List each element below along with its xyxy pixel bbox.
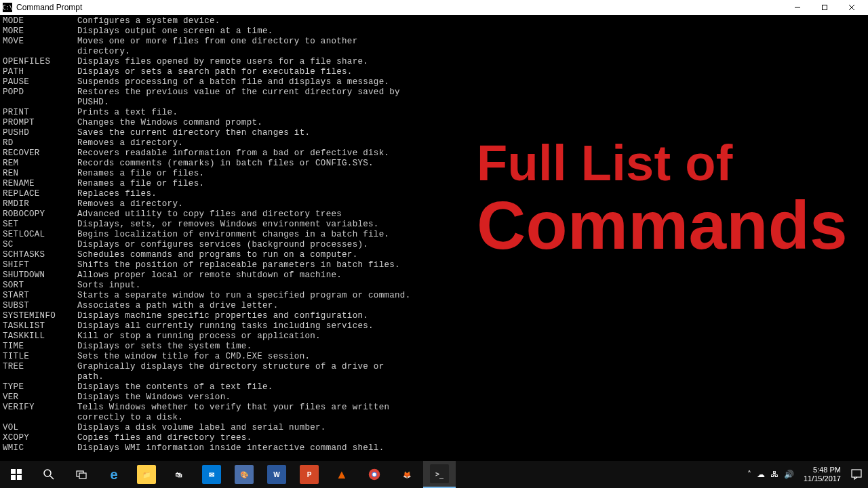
taskbar-app-gimp[interactable]: 🦊	[391, 461, 423, 488]
command-name: OPENFILES	[3, 57, 77, 67]
taskbar-app-vlc[interactable]: ▲	[326, 461, 358, 488]
command-row: SUBSTAssociates a path with a drive lett…	[3, 301, 868, 311]
command-row: RENRenames a file or files.	[3, 169, 868, 179]
close-button[interactable]	[838, 0, 865, 15]
taskbar-app-word[interactable]: W	[260, 461, 293, 488]
taskbar-clock[interactable]: 5:48 PM 11/15/2017	[800, 466, 845, 483]
command-row: RMDIRRemoves a directory.	[3, 199, 868, 209]
svg-rect-11	[79, 473, 86, 479]
command-name: ROBOCOPY	[3, 209, 77, 220]
notifications-button[interactable]	[845, 461, 868, 488]
search-button[interactable]	[33, 461, 65, 488]
command-name: RENAME	[3, 179, 77, 189]
taskbar-app-edge[interactable]: e	[98, 461, 130, 488]
command-desc-cont: correctly to a disk.	[77, 413, 183, 423]
command-name: POPD	[3, 87, 77, 98]
command-name: PATH	[3, 67, 77, 77]
command-desc: Renames a file or files.	[77, 179, 204, 189]
taskbar: e 📁 🛍 ✉ 🎨 W P ▲ 🦊 >_ ˄ ☁ 🖧 🔊 5:48 PM 11/…	[0, 461, 868, 488]
command-name: PROMPT	[3, 118, 77, 128]
command-row: TITLESets the window title for a CMD.EXE…	[3, 352, 868, 362]
terminal-output[interactable]: MODEConfigures a system device.MOREDispl…	[0, 15, 868, 461]
taskbar-app-paint[interactable]: 🎨	[228, 461, 260, 488]
minimize-button[interactable]	[784, 0, 811, 15]
svg-point-8	[44, 470, 51, 476]
start-button[interactable]	[0, 461, 33, 488]
command-desc: Saves the current directory then changes…	[77, 128, 310, 138]
command-row: STARTStarts a separate window to run a s…	[3, 291, 868, 301]
command-name: REN	[3, 169, 77, 179]
tray-chevron-icon[interactable]: ˄	[747, 470, 751, 479]
command-name: TIME	[3, 342, 77, 352]
command-name: TYPE	[3, 382, 77, 392]
svg-rect-4	[11, 469, 16, 474]
command-row: TREEGraphically displays the directory s…	[3, 362, 868, 372]
maximize-button[interactable]	[811, 0, 838, 15]
command-desc: Copies files and directory trees.	[77, 433, 252, 443]
command-row: MOREDisplays output one screen at a time…	[3, 26, 868, 37]
taskbar-app-powerpoint[interactable]: P	[293, 461, 326, 488]
task-view-button[interactable]	[65, 461, 98, 488]
command-desc: Displays the contents of a text file.	[77, 382, 273, 392]
command-name: VER	[3, 392, 77, 403]
command-row: RDRemoves a directory.	[3, 138, 868, 148]
command-name: REM	[3, 159, 77, 169]
command-desc: Shifts the position of replaceable param…	[77, 260, 400, 270]
command-desc: Suspends processing of a batch file and …	[77, 77, 389, 87]
command-name: SORT	[3, 281, 77, 291]
command-desc: Displays or configures services (backgro…	[77, 240, 368, 250]
command-desc: Sets the window title for a CMD.EXE sess…	[77, 352, 310, 362]
system-tray[interactable]: ˄ ☁ 🖧 🔊	[742, 470, 800, 479]
command-row: SETDisplays, sets, or removes Windows en…	[3, 220, 868, 230]
command-name: XCOPY	[3, 433, 77, 443]
command-name: RECOVER	[3, 148, 77, 159]
command-desc: Allows proper local or remote shutdown o…	[77, 270, 342, 281]
command-desc: Schedules commands and programs to run o…	[77, 250, 357, 260]
command-desc: Displays output one screen at a time.	[77, 26, 273, 37]
command-desc-cont: directory.	[77, 47, 130, 57]
command-name: SETLOCAL	[3, 230, 77, 240]
command-row: RENAMERenames a file or files.	[3, 179, 868, 189]
svg-point-14	[372, 472, 376, 476]
svg-line-9	[50, 476, 54, 479]
command-name: SC	[3, 240, 77, 250]
taskbar-app-explorer[interactable]: 📁	[130, 461, 163, 488]
command-row: OPENFILESDisplays files opened by remote…	[3, 57, 868, 67]
command-name: PRINT	[3, 108, 77, 118]
command-name: RD	[3, 138, 77, 148]
window-controls	[784, 0, 865, 15]
command-name: PAUSE	[3, 77, 77, 87]
command-row: TIMEDisplays or sets the system time.	[3, 342, 868, 352]
command-row-cont: path.	[3, 372, 868, 382]
command-desc-cont: path.	[77, 372, 104, 382]
command-name: START	[3, 291, 77, 301]
window-title: Command Prompt	[16, 3, 784, 12]
command-name: PUSHD	[3, 128, 77, 138]
command-name: MOVE	[3, 37, 77, 47]
taskbar-app-chrome[interactable]	[358, 461, 391, 488]
command-row: SHUTDOWNAllows proper local or remote sh…	[3, 270, 868, 281]
svg-rect-6	[11, 475, 16, 480]
command-row: REMRecords comments (remarks) in batch f…	[3, 159, 868, 169]
command-row: SETLOCALBegins localization of environme…	[3, 230, 868, 240]
command-row: SHIFTShifts the position of replaceable …	[3, 260, 868, 270]
tray-volume-icon[interactable]: 🔊	[784, 470, 794, 479]
command-row: SCDisplays or configures services (backg…	[3, 240, 868, 250]
tray-network-icon[interactable]: 🖧	[770, 470, 778, 479]
command-desc: Moves one or more files from one directo…	[77, 37, 357, 47]
command-row: TYPEDisplays the contents of a text file…	[3, 382, 868, 392]
command-desc: Displays a disk volume label and serial …	[77, 423, 326, 433]
command-row: POPDRestores the previous value of the c…	[3, 87, 868, 98]
taskbar-app-store[interactable]: 🛍	[163, 461, 195, 488]
command-desc: Sorts input.	[77, 281, 141, 291]
command-row: PUSHDSaves the current directory then ch…	[3, 128, 868, 138]
taskbar-app-cmd[interactable]: >_	[423, 461, 456, 488]
command-row: SORTSorts input.	[3, 281, 868, 291]
tray-onedrive-icon[interactable]: ☁	[757, 470, 765, 479]
command-row: MODEConfigures a system device.	[3, 16, 868, 26]
taskbar-app-mail[interactable]: ✉	[195, 461, 228, 488]
command-row: VERIFYTells Windows whether to verify th…	[3, 403, 868, 413]
clock-time: 5:48 PM	[804, 466, 841, 474]
command-desc: Displays or sets the system time.	[77, 342, 252, 352]
command-name: TASKLIST	[3, 321, 77, 331]
